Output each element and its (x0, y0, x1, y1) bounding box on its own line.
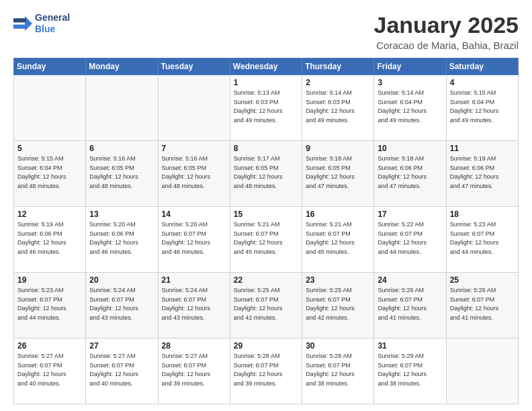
day-header-friday: Friday (374, 58, 446, 75)
calendar-week-row: 12Sunrise: 5:19 AM Sunset: 6:06 PM Dayli… (14, 207, 519, 273)
calendar-cell: 16Sunrise: 5:21 AM Sunset: 6:07 PM Dayli… (302, 207, 374, 273)
day-info: Sunrise: 5:27 AM Sunset: 6:07 PM Dayligh… (17, 352, 82, 388)
calendar-cell: 22Sunrise: 5:25 AM Sunset: 6:07 PM Dayli… (230, 273, 302, 338)
header: General Blue January 2025 Coracao de Mar… (13, 12, 519, 51)
calendar-week-row: 19Sunrise: 5:23 AM Sunset: 6:07 PM Dayli… (14, 273, 519, 338)
calendar-cell (158, 75, 230, 141)
logo-icon (13, 14, 32, 33)
calendar-cell: 17Sunrise: 5:22 AM Sunset: 6:07 PM Dayli… (374, 207, 446, 273)
logo: General Blue (13, 12, 70, 35)
day-info: Sunrise: 5:26 AM Sunset: 6:07 PM Dayligh… (378, 286, 442, 322)
day-number: 31 (378, 341, 442, 351)
calendar-cell: 7Sunrise: 5:16 AM Sunset: 6:05 PM Daylig… (158, 141, 230, 207)
calendar-cell: 29Sunrise: 5:28 AM Sunset: 6:07 PM Dayli… (230, 338, 302, 404)
day-header-monday: Monday (86, 58, 158, 75)
day-info: Sunrise: 5:20 AM Sunset: 6:06 PM Dayligh… (89, 220, 154, 257)
day-number: 9 (306, 144, 370, 153)
day-info: Sunrise: 5:24 AM Sunset: 6:07 PM Dayligh… (162, 286, 226, 322)
day-number: 18 (450, 210, 515, 219)
svg-rect-3 (13, 24, 26, 28)
day-header-thursday: Thursday (302, 58, 374, 75)
day-info: Sunrise: 5:16 AM Sunset: 6:05 PM Dayligh… (162, 154, 226, 191)
day-number: 14 (162, 210, 226, 219)
calendar-cell: 9Sunrise: 5:18 AM Sunset: 6:05 PM Daylig… (302, 141, 374, 207)
day-info: Sunrise: 5:23 AM Sunset: 6:07 PM Dayligh… (17, 286, 82, 322)
day-info: Sunrise: 5:24 AM Sunset: 6:07 PM Dayligh… (89, 286, 154, 322)
day-info: Sunrise: 5:21 AM Sunset: 6:07 PM Dayligh… (234, 220, 298, 257)
logo-text: General Blue (35, 12, 70, 35)
day-info: Sunrise: 5:19 AM Sunset: 6:06 PM Dayligh… (450, 154, 515, 191)
calendar-cell: 20Sunrise: 5:24 AM Sunset: 6:07 PM Dayli… (86, 273, 158, 338)
svg-rect-2 (13, 18, 26, 22)
day-number: 4 (450, 78, 515, 87)
day-number: 13 (89, 210, 154, 219)
day-info: Sunrise: 5:28 AM Sunset: 6:07 PM Dayligh… (306, 352, 370, 388)
day-number: 19 (17, 275, 82, 285)
calendar-cell: 31Sunrise: 5:29 AM Sunset: 6:07 PM Dayli… (374, 338, 446, 404)
calendar-cell: 3Sunrise: 5:14 AM Sunset: 6:04 PM Daylig… (374, 75, 446, 141)
day-number: 2 (306, 78, 370, 87)
calendar-cell: 11Sunrise: 5:19 AM Sunset: 6:06 PM Dayli… (446, 141, 518, 207)
day-number: 28 (162, 341, 226, 351)
calendar-cell: 12Sunrise: 5:19 AM Sunset: 6:06 PM Dayli… (14, 207, 86, 273)
day-info: Sunrise: 5:22 AM Sunset: 6:07 PM Dayligh… (378, 220, 442, 257)
day-number: 5 (17, 144, 82, 153)
calendar-cell: 5Sunrise: 5:15 AM Sunset: 6:04 PM Daylig… (14, 141, 86, 207)
title-block: January 2025 Coracao de Maria, Bahia, Br… (374, 12, 519, 51)
day-header-wednesday: Wednesday (230, 58, 302, 75)
day-info: Sunrise: 5:27 AM Sunset: 6:07 PM Dayligh… (162, 352, 226, 388)
day-number: 30 (306, 341, 370, 351)
calendar-cell (14, 75, 86, 141)
day-info: Sunrise: 5:14 AM Sunset: 6:04 PM Dayligh… (378, 89, 442, 125)
month-title: January 2025 (374, 12, 519, 38)
day-info: Sunrise: 5:14 AM Sunset: 6:03 PM Dayligh… (306, 89, 370, 125)
day-info: Sunrise: 5:21 AM Sunset: 6:07 PM Dayligh… (306, 220, 370, 257)
day-number: 24 (378, 275, 442, 285)
day-info: Sunrise: 5:17 AM Sunset: 6:05 PM Dayligh… (234, 154, 298, 191)
day-number: 11 (450, 144, 515, 153)
calendar-cell (446, 338, 518, 404)
calendar-cell: 25Sunrise: 5:26 AM Sunset: 6:07 PM Dayli… (446, 273, 518, 338)
day-info: Sunrise: 5:25 AM Sunset: 6:07 PM Dayligh… (306, 286, 370, 322)
day-number: 29 (234, 341, 298, 351)
calendar-cell: 2Sunrise: 5:14 AM Sunset: 6:03 PM Daylig… (302, 75, 374, 141)
day-info: Sunrise: 5:18 AM Sunset: 6:05 PM Dayligh… (306, 154, 370, 191)
calendar-cell: 23Sunrise: 5:25 AM Sunset: 6:07 PM Dayli… (302, 273, 374, 338)
day-number: 21 (162, 275, 226, 285)
location: Coracao de Maria, Bahia, Brazil (374, 40, 519, 51)
day-info: Sunrise: 5:23 AM Sunset: 6:07 PM Dayligh… (450, 220, 515, 257)
day-info: Sunrise: 5:20 AM Sunset: 6:07 PM Dayligh… (162, 220, 226, 257)
calendar-cell: 27Sunrise: 5:27 AM Sunset: 6:07 PM Dayli… (86, 338, 158, 404)
calendar-cell (86, 75, 158, 141)
day-info: Sunrise: 5:19 AM Sunset: 6:06 PM Dayligh… (17, 220, 82, 257)
day-number: 1 (234, 78, 298, 87)
day-header-sunday: Sunday (14, 58, 86, 75)
calendar-cell: 26Sunrise: 5:27 AM Sunset: 6:07 PM Dayli… (14, 338, 86, 404)
day-number: 3 (378, 78, 442, 87)
day-info: Sunrise: 5:29 AM Sunset: 6:07 PM Dayligh… (378, 352, 442, 388)
calendar-week-row: 1Sunrise: 5:13 AM Sunset: 6:03 PM Daylig… (14, 75, 519, 141)
calendar-cell: 13Sunrise: 5:20 AM Sunset: 6:06 PM Dayli… (86, 207, 158, 273)
calendar-week-row: 5Sunrise: 5:15 AM Sunset: 6:04 PM Daylig… (14, 141, 519, 207)
day-number: 27 (89, 341, 154, 351)
calendar-week-row: 26Sunrise: 5:27 AM Sunset: 6:07 PM Dayli… (14, 338, 519, 404)
calendar-cell: 24Sunrise: 5:26 AM Sunset: 6:07 PM Dayli… (374, 273, 446, 338)
day-number: 12 (17, 210, 82, 219)
svg-marker-1 (25, 16, 32, 31)
day-info: Sunrise: 5:15 AM Sunset: 6:04 PM Dayligh… (450, 89, 515, 125)
calendar-cell: 21Sunrise: 5:24 AM Sunset: 6:07 PM Dayli… (158, 273, 230, 338)
day-info: Sunrise: 5:16 AM Sunset: 6:05 PM Dayligh… (89, 154, 154, 191)
calendar-cell: 4Sunrise: 5:15 AM Sunset: 6:04 PM Daylig… (446, 75, 518, 141)
day-number: 22 (234, 275, 298, 285)
day-info: Sunrise: 5:26 AM Sunset: 6:07 PM Dayligh… (450, 286, 515, 322)
calendar-table: SundayMondayTuesdayWednesdayThursdayFrid… (13, 58, 519, 404)
calendar-cell: 14Sunrise: 5:20 AM Sunset: 6:07 PM Dayli… (158, 207, 230, 273)
day-number: 7 (162, 144, 226, 153)
calendar-header-row: SundayMondayTuesdayWednesdayThursdayFrid… (14, 58, 519, 75)
day-info: Sunrise: 5:15 AM Sunset: 6:04 PM Dayligh… (17, 154, 82, 191)
day-header-saturday: Saturday (446, 58, 518, 75)
day-number: 10 (378, 144, 442, 153)
calendar-cell: 10Sunrise: 5:18 AM Sunset: 6:06 PM Dayli… (374, 141, 446, 207)
day-number: 26 (17, 341, 82, 351)
calendar-cell: 6Sunrise: 5:16 AM Sunset: 6:05 PM Daylig… (86, 141, 158, 207)
